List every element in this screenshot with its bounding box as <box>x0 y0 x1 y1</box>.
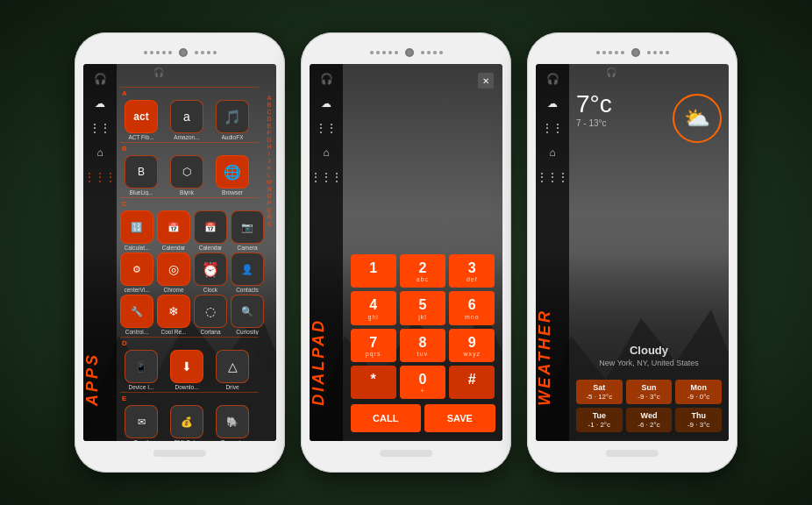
app-name-emical: EMI Cal... <box>175 439 200 441</box>
app-camera[interactable]: 📷 Camera <box>231 210 264 251</box>
app-name-evernote: Evernote <box>221 439 244 441</box>
weather-condition: Cloudy <box>576 344 722 357</box>
camera-weather <box>631 48 640 57</box>
app-curiosity[interactable]: 🔍 Curiosity <box>231 295 264 335</box>
app-actfib[interactable]: act ACT Fib... <box>120 100 162 140</box>
app-icon-evernote: 🐘 <box>216 405 249 438</box>
weather-day-sun: Sun -9 · 3°c <box>626 380 673 404</box>
dial-star[interactable]: * <box>351 366 396 399</box>
app-name-actfib: ACT Fib... <box>128 134 153 140</box>
dial-0[interactable]: 0 + <box>400 366 445 399</box>
weather-day-wed: Wed -6 · 2°c <box>626 408 673 432</box>
status-bar-apps: 🎧 <box>150 64 276 80</box>
app-email[interactable]: ✉ Email <box>120 405 162 441</box>
grid-icon-d: ⋮⋮ <box>316 122 337 134</box>
dial-4[interactable]: 4 ghi <box>351 291 396 324</box>
phone-top-weather <box>536 48 729 57</box>
weather-label: WEATHER <box>536 309 569 406</box>
app-cortana[interactable]: ◌ Cortana <box>194 295 227 335</box>
day-mon: Mon <box>680 383 716 392</box>
dial-2[interactable]: 2 abc <box>400 254 445 288</box>
dial-3[interactable]: 3 def <box>449 254 495 288</box>
app-icon-curiosity: 🔍 <box>231 295 264 328</box>
grid-icon-w: ⋮⋮ <box>542 122 563 134</box>
app-calendar2[interactable]: 📅 Calendar <box>194 210 227 251</box>
apps-content: 🎧 A act ACT Fib... a Amazon... <box>117 64 276 441</box>
weather-panel: 7°c 7 - 13°c ⛅ Cloudy New York, NY, Unit… <box>569 82 729 441</box>
app-name-blynk: Blynk <box>180 189 194 196</box>
app-blynk[interactable]: ⬡ Blynk <box>166 155 208 196</box>
dial-9[interactable]: 9 wxyz <box>449 329 495 362</box>
camera-dialpad <box>405 48 414 57</box>
dial-6[interactable]: 6 mno <box>449 291 495 324</box>
app-amazon[interactable]: a Amazon... <box>166 100 208 140</box>
app-name-calendar1: Calendar <box>162 245 185 251</box>
app-name-drive: Drive <box>225 384 239 390</box>
app-clock[interactable]: ⏰ Clock <box>194 252 227 293</box>
app-calendar1[interactable]: 📅 Calendar <box>157 210 190 251</box>
apps-sidebar: 🎧 ☁ ⋮⋮ ⌂ ⋮⋮⋮ APPS <box>83 64 117 441</box>
app-bluelight[interactable]: B BlueLig... <box>120 155 162 196</box>
app-evernote[interactable]: 🐘 Evernote <box>211 405 253 441</box>
weather-range: 7 - 13°c <box>576 118 612 128</box>
call-button[interactable]: CALL <box>351 404 422 432</box>
app-name-coolre: Cool Re... <box>161 329 187 335</box>
app-downloads[interactable]: ⬇ Downlo... <box>166 350 208 390</box>
app-browser[interactable]: 🌐 Browser <box>211 155 253 196</box>
weather-day-mon: Mon -9 · 0°c <box>675 380 722 404</box>
alpha-sidebar: A B C D E F G H I J K L M N O P Q R S <box>262 90 276 441</box>
app-grid: A act ACT Fib... a Amazon... 🎵 AudioFX <box>117 80 276 441</box>
app-calculator[interactable]: 🔢 Calculat... <box>120 210 153 251</box>
app-control[interactable]: 🔧 Control... <box>120 295 153 335</box>
app-name-control: Control... <box>125 329 148 335</box>
close-button[interactable]: ✕ <box>478 73 494 89</box>
camera-apps <box>179 48 188 57</box>
save-button[interactable]: SAVE <box>424 404 495 432</box>
app-coolre[interactable]: ❄ Cool Re... <box>157 295 190 335</box>
partly-cloudy-icon: ⛅ <box>684 106 710 131</box>
weather-temp: 7°c <box>576 90 612 118</box>
app-icon-blynk: ⬡ <box>170 155 203 188</box>
app-chrome[interactable]: ◎ Chrome <box>157 252 190 293</box>
app-drive[interactable]: △ Drive <box>211 350 253 390</box>
dial-5[interactable]: 5 jkl <box>400 291 445 324</box>
app-icon-calendar2: 📅 <box>194 210 227 244</box>
phones-container: 🎧 ☁ ⋮⋮ ⌂ ⋮⋮⋮ APPS A B C D E F G H I J K … <box>75 32 737 473</box>
app-contacts[interactable]: 👤 Contacts <box>231 252 264 293</box>
app-row-b: B BlueLig... ⬡ Blynk 🌐 Browser <box>120 155 259 196</box>
app-name-contacts: Contacts <box>236 287 259 293</box>
app-icon-amazon: a <box>170 100 203 133</box>
dial-7[interactable]: 7 pqrs <box>351 329 396 362</box>
day-sun: Sun <box>631 383 667 392</box>
cloud-icon-w: ☁ <box>547 97 558 110</box>
phone-dialpad: 🎧 ☁ ⋮⋮ ⌂ ⋮⋮⋮ DIALPAD ✕ 1 2 <box>301 32 511 473</box>
dial-8[interactable]: 8 tuv <box>400 329 445 362</box>
phone-bottom-dialpad <box>380 450 432 457</box>
apps-icon-w: ⋮⋮⋮ <box>537 171 568 183</box>
weather-icon-circle: ⛅ <box>673 94 722 143</box>
headphone-icon-d: 🎧 <box>320 73 333 85</box>
app-row-c2: ⚙ centerVi... ◎ Chrome ⏰ Clock 👤 <box>120 252 259 293</box>
app-emical[interactable]: 💰 EMI Cal... <box>166 405 208 441</box>
dialpad-label: DIALPAD <box>310 318 343 406</box>
phone-weather: 🎧 ☁ ⋮⋮ ⌂ ⋮⋮⋮ WEATHER 🎧 7°c 7 - 13°c <box>527 32 737 473</box>
apps-icon[interactable]: ⋮⋮⋮ <box>84 171 116 183</box>
temps-sat: -5 · 12°c <box>581 393 617 401</box>
section-b: B <box>120 142 259 153</box>
app-audiofx[interactable]: 🎵 AudioFX <box>211 100 253 140</box>
section-d: D <box>120 337 259 348</box>
temps-sun: -9 · 3°c <box>631 393 667 401</box>
app-row-a: act ACT Fib... a Amazon... 🎵 AudioFX <box>120 100 259 140</box>
day-tue: Tue <box>581 411 617 420</box>
speaker2-weather <box>647 51 669 54</box>
speaker2-dialpad <box>421 51 443 54</box>
dial-1[interactable]: 1 <box>351 254 396 288</box>
day-sat: Sat <box>581 383 617 392</box>
app-device[interactable]: 📱 Device I... <box>120 350 162 390</box>
app-centerview[interactable]: ⚙ centerVi... <box>120 252 153 293</box>
phone-top-dialpad <box>310 48 502 57</box>
app-icon-emical: 💰 <box>170 405 203 438</box>
dial-hash[interactable]: # <box>449 366 495 399</box>
app-icon-control: 🔧 <box>120 295 153 328</box>
app-icon-actfib: act <box>125 100 158 133</box>
